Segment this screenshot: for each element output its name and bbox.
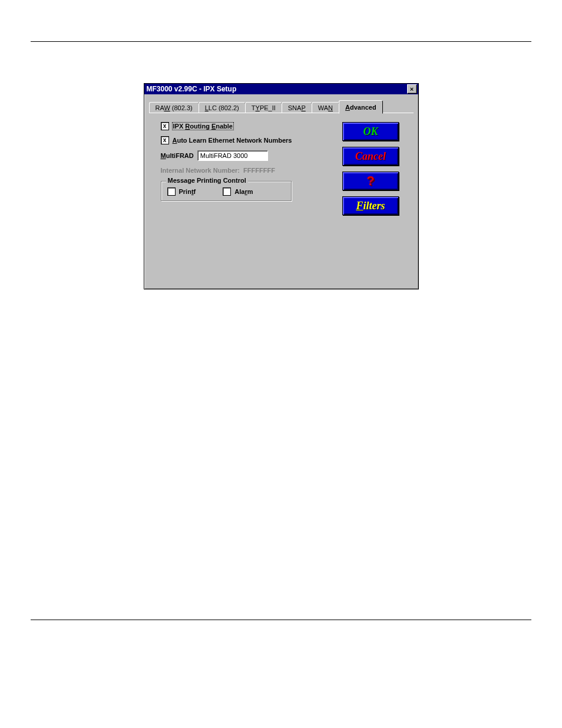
ipx-setup-dialog: MF3000 v2.99C - IPX Setup × RAW (802.3) … [144,83,419,289]
tab-advanced[interactable]: Advanced [339,100,383,114]
tab-type2[interactable]: TYPE_II [245,102,282,113]
title-bar[interactable]: MF3000 v2.99C - IPX Setup × [144,84,418,94]
tab-strip: RAW (802.3) LLC (802.2) TYPE_II SNAP WAN… [149,100,414,113]
window-title: MF3000 v2.99C - IPX Setup [147,85,237,93]
message-printing-control-group: Message Printing Control Printf Alarm [161,181,292,201]
tab-snap[interactable]: SNAP [282,102,312,113]
checkbox-icon[interactable] [223,187,231,196]
close-icon[interactable]: × [407,84,417,94]
help-button[interactable]: ? [342,172,399,190]
printf-row[interactable]: Printf [167,187,196,196]
page-top-rule [31,41,531,42]
checkbox-icon[interactable] [161,122,169,130]
ok-label: OK [363,126,378,138]
help-icon: ? [366,173,374,189]
group-title: Message Printing Control [166,177,248,184]
checkbox-icon[interactable] [161,136,169,144]
internal-network-number: Internal Network Number: FFFFFFFF [161,167,334,174]
multifrad-name-row: MultiFRAD [161,150,334,161]
tab-wan[interactable]: WAN [312,102,339,113]
page-bottom-rule [31,620,531,620]
tab-llc[interactable]: LLC (802.2) [199,102,246,113]
alarm-row[interactable]: Alarm [223,187,253,196]
ipx-routing-enable-row[interactable]: IPX Routing Enable [161,122,334,130]
multifrad-name-input[interactable] [197,150,268,161]
cancel-button[interactable]: Cancel [342,147,399,166]
auto-learn-row[interactable]: Auto Learn Ethernet Network Numbers [161,136,334,144]
filters-button[interactable]: Filters [342,196,399,215]
checkbox-icon[interactable] [167,187,176,196]
cancel-label: Cancel [355,150,386,163]
ok-button[interactable]: OK [342,122,399,141]
tab-raw[interactable]: RAW (802.3) [149,102,199,113]
